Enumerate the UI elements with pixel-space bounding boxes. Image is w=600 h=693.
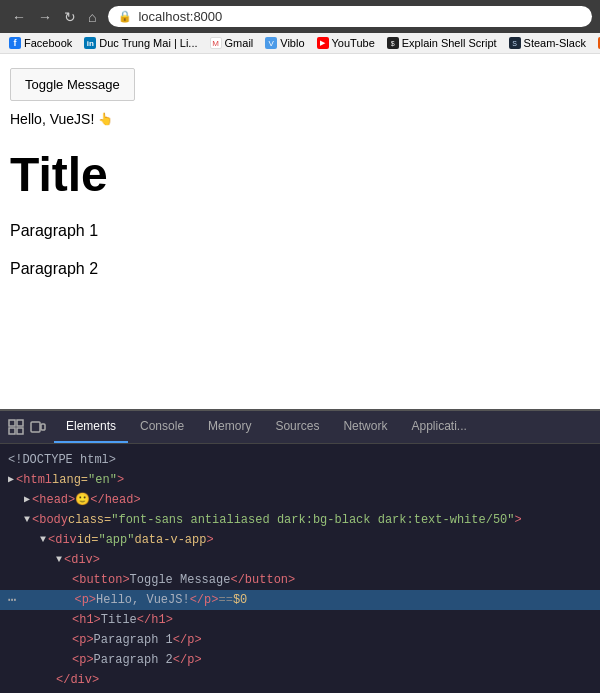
gmail-icon: M: [210, 37, 222, 49]
device-toggle-icon[interactable]: [30, 419, 46, 435]
shell-icon: $: [387, 37, 399, 49]
bookmark-label: Steam-Slack: [524, 37, 586, 49]
code-line: ▼ <body class="font-sans antialiased dar…: [0, 510, 600, 530]
bookmark-gmail[interactable]: M Gmail: [207, 36, 257, 50]
collapse-arrow[interactable]: ▼: [56, 551, 62, 569]
forward-button[interactable]: →: [34, 7, 56, 27]
bookmark-label: Gmail: [225, 37, 254, 49]
bookmark-label: Facebook: [24, 37, 72, 49]
tab-sources[interactable]: Sources: [263, 411, 331, 443]
svg-rect-5: [41, 424, 45, 430]
collapse-arrow[interactable]: ▶: [24, 491, 30, 509]
navigation-bar: ← → ↻ ⌂ 🔒 localhost:8000: [0, 0, 600, 33]
code-line: ▼ <div id="app" data-v-app>: [0, 530, 600, 550]
bookmark-steam-slack[interactable]: S Steam-Slack: [506, 36, 589, 50]
hello-message: Hello, VueJS! 👆: [10, 111, 590, 127]
toggle-message-button[interactable]: Toggle Message: [10, 68, 135, 101]
code-line: <h1>Title</h1>: [0, 610, 600, 630]
devtools-tabs: Elements Console Memory Sources Network …: [54, 411, 600, 443]
page-title: Title: [10, 147, 590, 202]
inspector-icon[interactable]: [8, 419, 24, 435]
lock-icon: 🔒: [118, 10, 132, 23]
bookmark-fullstack-cafe[interactable]: F Fullstack-Cafe: [595, 36, 600, 50]
home-button[interactable]: ⌂: [84, 7, 100, 27]
viblo-icon: V: [265, 37, 277, 49]
devtools-icons: [0, 413, 54, 441]
bookmark-viblo[interactable]: V Viblo: [262, 36, 307, 50]
bookmarks-bar: f Facebook in Duc Trung Mai | Li... M Gm…: [0, 33, 600, 54]
code-line: <p>Paragraph 2</p>: [0, 650, 600, 670]
collapse-arrow[interactable]: ▼: [40, 531, 46, 549]
three-dots-icon[interactable]: ⋯: [8, 591, 16, 609]
bookmark-youtube[interactable]: ▶ YouTube: [314, 36, 378, 50]
bookmark-facebook[interactable]: f Facebook: [6, 36, 75, 50]
page-content: Toggle Message Hello, VueJS! 👆 Title Par…: [0, 54, 600, 409]
tab-network[interactable]: Network: [331, 411, 399, 443]
hello-text: Hello, VueJS!: [10, 111, 94, 127]
nav-buttons: ← → ↻ ⌂: [8, 7, 100, 27]
collapse-arrow[interactable]: ▶: [8, 471, 14, 489]
code-line: </div>: [0, 670, 600, 690]
url-text: localhost:8000: [138, 9, 222, 24]
svg-rect-1: [17, 420, 23, 426]
svg-rect-2: [9, 428, 15, 434]
steam-icon: S: [509, 37, 521, 49]
address-bar[interactable]: 🔒 localhost:8000: [108, 6, 592, 27]
svg-rect-4: [31, 422, 40, 432]
code-line: <p>Paragraph 1</p>: [0, 630, 600, 650]
tab-console[interactable]: Console: [128, 411, 196, 443]
svg-rect-3: [17, 428, 23, 434]
browser-chrome: ← → ↻ ⌂ 🔒 localhost:8000 f Facebook in D…: [0, 0, 600, 54]
code-line-highlighted: ⋯ <p>Hello, VueJS!</p> == $0: [0, 590, 600, 610]
tab-application[interactable]: Applicati...: [399, 411, 478, 443]
code-line: <button>Toggle Message</button>: [0, 570, 600, 590]
tab-elements[interactable]: Elements: [54, 411, 128, 443]
code-line: ▼ <div>: [0, 550, 600, 570]
cursor-icon: 👆: [98, 112, 113, 126]
bookmark-label: YouTube: [332, 37, 375, 49]
bookmark-linkedin[interactable]: in Duc Trung Mai | Li...: [81, 36, 200, 50]
devtools-panel: Elements Console Memory Sources Network …: [0, 409, 600, 693]
bookmark-label: Explain Shell Script: [402, 37, 497, 49]
facebook-icon: f: [9, 37, 21, 49]
bookmark-label: Duc Trung Mai | Li...: [99, 37, 197, 49]
devtools-toolbar: Elements Console Memory Sources Network …: [0, 411, 600, 444]
code-line: <!DOCTYPE html>: [0, 450, 600, 470]
bookmark-label: Viblo: [280, 37, 304, 49]
paragraph-1: Paragraph 1: [10, 222, 590, 240]
youtube-icon: ▶: [317, 37, 329, 49]
code-area: <!DOCTYPE html> ▶ <html lang="en"> ▶ <he…: [0, 444, 600, 693]
back-button[interactable]: ←: [8, 7, 30, 27]
code-line: ▶ <head>🙂</head>: [0, 490, 600, 510]
svg-rect-0: [9, 420, 15, 426]
paragraph-2: Paragraph 2: [10, 260, 590, 278]
linkedin-icon: in: [84, 37, 96, 49]
tab-memory[interactable]: Memory: [196, 411, 263, 443]
collapse-arrow[interactable]: ▼: [24, 511, 30, 529]
code-line: ▶ <html lang="en">: [0, 470, 600, 490]
reload-button[interactable]: ↻: [60, 7, 80, 27]
bookmark-explain-shell[interactable]: $ Explain Shell Script: [384, 36, 500, 50]
